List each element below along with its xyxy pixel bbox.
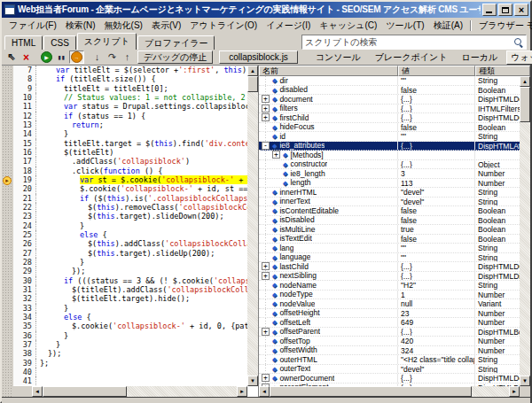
watch-row[interactable]: ◆outerText"devel"String	[259, 365, 520, 375]
scroll-down-icon[interactable]: ▼	[247, 376, 258, 386]
watch-row[interactable]: ◆constructor{...}Object	[259, 160, 520, 170]
watch-row[interactable]: +◆filters{...}IHTMLFiltersCollection	[259, 105, 520, 114]
watch-row[interactable]: +◆nextSibling{...}DispHTMLDivElement	[259, 272, 520, 282]
menu-item[interactable]: ファイル(F)	[4, 19, 61, 33]
minimize-button[interactable]	[482, 4, 497, 16]
watch-horizontal-scrollbar[interactable]: ◄ ►	[259, 386, 520, 397]
scroll-thumb[interactable]	[247, 76, 258, 92]
break-on-error-icon[interactable]: →	[69, 50, 84, 64]
watch-row[interactable]: +◆ownerDocument{...}DispHTMLDocument	[259, 374, 520, 384]
expander-plus-icon[interactable]: +	[262, 262, 270, 270]
watch-row[interactable]: ◆language""String	[259, 253, 520, 263]
menu-item[interactable]: 検索(N)	[61, 19, 100, 33]
expander-plus-icon[interactable]: +	[262, 95, 270, 103]
code-line: 29});	[13, 267, 247, 275]
watch-row[interactable]: ◆ie8_length3Number	[259, 169, 520, 179]
column-header-name[interactable]: 名前	[259, 66, 398, 76]
tab-CSS[interactable]: CSS	[43, 35, 76, 50]
watch-row[interactable]: ◆innerHTML"devel"String	[259, 188, 520, 198]
column-header-type[interactable]: 種類	[475, 66, 530, 76]
line-number: 36	[13, 331, 36, 340]
watch-row[interactable]: ◆hideFocusfalseBoolean	[259, 123, 520, 133]
watch-row[interactable]: ◆offsetLeft649Number	[259, 318, 520, 328]
script-file-tab[interactable]: collapsiblock.js	[219, 50, 298, 64]
search-icon[interactable]	[513, 37, 524, 48]
watch-row[interactable]: ◆innerText"devel"String	[259, 198, 520, 207]
scroll-right-icon[interactable]: ►	[509, 386, 520, 397]
scroll-down-icon[interactable]: ▼	[520, 376, 530, 386]
watch-row[interactable]: ◆isTextEditfalseBoolean	[259, 235, 520, 244]
tab-HTML[interactable]: HTML	[4, 35, 43, 50]
step-over-icon[interactable]: ↷	[105, 50, 120, 64]
watch-row[interactable]: +◆[Methods]	[259, 151, 520, 160]
select-element-icon[interactable]: ⇖	[4, 50, 19, 64]
menu-item[interactable]: イメージ(I)	[262, 19, 315, 33]
watch-row[interactable]: +◆offsetParent{...}DispHTMLBody	[259, 328, 520, 337]
close-button[interactable]: ×	[514, 4, 528, 16]
expander-plus-icon[interactable]: +	[262, 113, 270, 121]
menu-item[interactable]: 表示(V)	[147, 19, 185, 33]
watch-row[interactable]: ◆disabledfalseBoolean	[259, 86, 520, 96]
menu-item[interactable]: ツール(T)	[381, 19, 428, 33]
watch-row[interactable]: ◆isContentEditablefalseBoolean	[259, 206, 520, 216]
column-header-value[interactable]: 値	[398, 66, 475, 76]
menu-item[interactable]: 無効化(S)	[100, 19, 147, 33]
watch-row[interactable]: +◆lastChild{...}DispHTMLDOMTextNode	[259, 262, 520, 272]
watch-row[interactable]: ◆length113Number	[259, 179, 520, 189]
panel-tab-コンソール[interactable]: コンソール	[310, 50, 366, 65]
stop-debugging-button[interactable]: デバッグの停止	[137, 50, 213, 64]
search-input[interactable]	[302, 36, 513, 48]
watch-row[interactable]: +◆firstChild{...}DispHTMLDOMTextNode	[259, 113, 520, 123]
expander-plus-icon[interactable]: +	[262, 328, 270, 336]
tab-プロファイラー[interactable]: プロファイラー	[137, 35, 215, 50]
code-editor[interactable]: 7var titleElt = $(selector +':first', th…	[13, 66, 247, 386]
watch-row[interactable]: -◆ie8_attributes{...}DispHTMLAttributeCo…	[259, 142, 520, 151]
panel-tab-ブレークポイント[interactable]: ブレークポイント	[370, 50, 453, 65]
watch-row[interactable]: ◆nodeName"H2"String	[259, 281, 520, 291]
watch-row[interactable]: ◆nodeType1Number	[259, 291, 520, 300]
step-into-icon[interactable]: ↓	[90, 50, 105, 64]
watch-row[interactable]: ◆isMultiLinetrueBoolean	[259, 225, 520, 235]
menu-item[interactable]: アウトライン(O)	[185, 19, 262, 33]
code-horizontal-scrollbar[interactable]: ◄ ►	[32, 386, 247, 397]
watch-row[interactable]: ◆offsetTop420Number	[259, 337, 520, 346]
watch-row[interactable]: ◆nodeValuenullVariant	[259, 299, 520, 309]
watch-row[interactable]: ◆id""String	[259, 132, 520, 142]
continue-icon[interactable]: ▶	[39, 50, 54, 64]
expander-plus-icon[interactable]: +	[262, 374, 270, 382]
scroll-right-icon[interactable]: ►	[237, 386, 247, 397]
scroll-left-icon[interactable]: ◄	[259, 386, 270, 397]
watch-row[interactable]: ◆isDisabledfalseBoolean	[259, 216, 520, 226]
watch-row[interactable]: +◆document{...}DispHTMLDocument	[259, 95, 520, 105]
tab-スクリプト[interactable]: スクリプト	[77, 33, 137, 50]
scroll-up-icon[interactable]: ▲	[520, 76, 530, 87]
expander-plus-icon[interactable]: +	[262, 272, 270, 280]
expander-plus-icon[interactable]: +	[262, 105, 270, 112]
menu-mode-item[interactable]: ブラウザー モード: IE8(B)	[474, 19, 532, 33]
step-out-icon[interactable]: ↑	[120, 50, 135, 64]
expander-plus-icon[interactable]: +	[272, 151, 280, 159]
toolbar-icons: ⇖×▶▮▮→↓↷↑	[4, 50, 135, 64]
maximize-button[interactable]	[498, 4, 512, 16]
panel-tab-ローカル[interactable]: ローカル	[456, 50, 503, 65]
watch-row[interactable]: ◆dir""String	[259, 76, 520, 86]
pause-icon[interactable]: ▮▮	[54, 50, 69, 64]
panel-tab-ウォッチ[interactable]: ウォッチ	[506, 50, 532, 65]
watch-row[interactable]: ◆offsetWidth324Number	[259, 346, 520, 356]
watch-vertical-scrollbar[interactable]: ▲ ▼	[520, 76, 530, 386]
scroll-left-icon[interactable]: ◄	[32, 386, 43, 397]
code-vertical-scrollbar[interactable]: ▲ ▼	[247, 66, 258, 386]
scroll-thumb[interactable]	[43, 386, 127, 397]
menu-item[interactable]: 検証(A)	[429, 19, 467, 33]
clear-breakpoints-icon[interactable]: ×	[19, 50, 34, 64]
line-number: 17	[13, 157, 36, 166]
scroll-up-icon[interactable]: ▲	[247, 66, 258, 76]
scroll-thumb[interactable]	[520, 87, 530, 122]
watch-row[interactable]: ◆lang""String	[259, 244, 520, 253]
menu-item[interactable]: キャッシュ(C)	[315, 19, 381, 33]
expander-minus-icon[interactable]: -	[262, 142, 270, 150]
scroll-thumb[interactable]	[270, 386, 472, 397]
watch-row[interactable]: ◆outerHTML"<H2 class="title collapsibloc…	[259, 355, 520, 365]
watch-row[interactable]: ◆offsetHeight23Number	[259, 309, 520, 319]
breakpoint-margin[interactable]: ▸	[2, 66, 14, 397]
